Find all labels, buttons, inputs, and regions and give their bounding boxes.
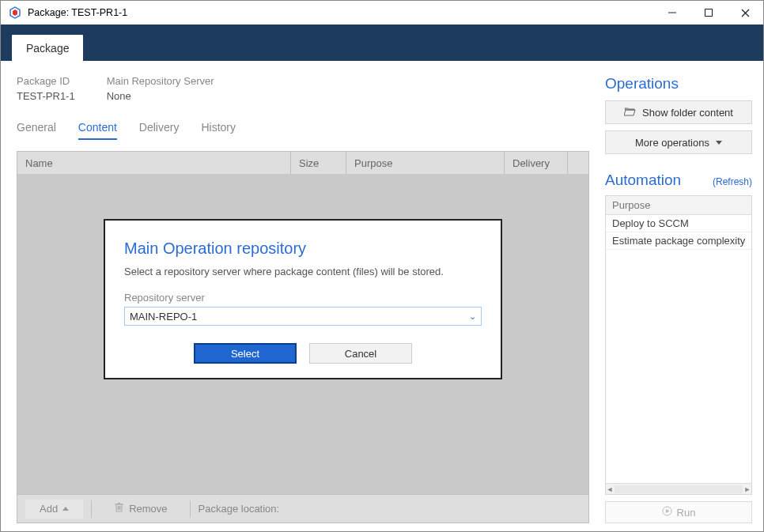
automation-table: Purpose Deploy to SCCM Estimate package … — [605, 195, 752, 495]
more-operations-button[interactable]: More operations — [605, 130, 752, 154]
repository-server-value: MAIN-REPO-1 — [130, 311, 197, 323]
run-button[interactable]: Run — [605, 501, 752, 523]
package-id-label: Package ID — [17, 75, 75, 87]
scroll-left-icon[interactable]: ◄ — [606, 485, 614, 493]
subtab-content[interactable]: Content — [78, 121, 117, 140]
app-icon — [9, 6, 21, 19]
run-button-label: Run — [677, 507, 696, 519]
package-location-label: Package location: — [199, 503, 280, 515]
add-button[interactable]: Add — [25, 500, 83, 519]
subtab-delivery[interactable]: Delivery — [139, 121, 180, 140]
content-bottom-bar: Add Remove Package location: — [17, 494, 588, 523]
toolbar-divider — [91, 500, 92, 518]
operations-title: Operations — [605, 75, 752, 92]
select-button[interactable]: Select — [194, 343, 297, 364]
remove-button-label: Remove — [129, 503, 167, 515]
table-header-delivery[interactable]: Delivery — [505, 152, 568, 174]
package-id-value: TEST-PR1-1 — [17, 90, 75, 102]
close-button[interactable] — [727, 1, 763, 25]
chevron-down-icon: ⌄ — [469, 311, 476, 322]
add-button-label: Add — [40, 503, 58, 515]
table-header-purpose[interactable]: Purpose — [346, 152, 505, 174]
play-icon — [662, 506, 672, 519]
svg-rect-3 — [705, 9, 713, 17]
automation-row[interactable]: Deploy to SCCM — [606, 215, 751, 232]
show-folder-content-button[interactable]: Show folder content — [605, 100, 752, 124]
maximize-button[interactable] — [690, 1, 727, 25]
title-bar: Package: TEST-PR1-1 — [1, 1, 763, 25]
table-header-name[interactable]: Name — [17, 152, 291, 174]
automation-refresh-link[interactable]: (Refresh) — [713, 176, 752, 187]
tab-package[interactable]: Package — [12, 35, 83, 61]
subtab-general[interactable]: General — [17, 121, 56, 140]
details-header: Package ID TEST-PR1-1 Main Repository Se… — [17, 75, 589, 102]
dialog-description: Select a repository server where package… — [124, 266, 482, 277]
table-header-row: Name Size Purpose Delivery — [17, 152, 588, 174]
table-header-size[interactable]: Size — [291, 152, 346, 174]
folder-open-icon — [624, 107, 636, 119]
main-repo-label: Main Repository Server — [107, 75, 214, 87]
scroll-track[interactable] — [615, 485, 743, 493]
scroll-right-icon[interactable]: ► — [743, 485, 751, 493]
nav-bar: Package — [1, 25, 763, 61]
trash-icon — [114, 502, 124, 515]
remove-button[interactable]: Remove — [100, 500, 181, 519]
caret-up-icon — [62, 507, 69, 511]
automation-title: Automation — [605, 172, 681, 189]
main-operation-repository-dialog: Main Operation repository Select a repos… — [104, 219, 502, 379]
window-controls — [654, 1, 763, 25]
automation-scrollbar[interactable]: ◄ ► — [606, 483, 751, 494]
minimize-button[interactable] — [654, 1, 690, 25]
repository-server-label: Repository server — [124, 292, 482, 304]
subtab-history[interactable]: History — [201, 121, 236, 140]
caret-down-icon — [716, 141, 722, 145]
automation-body: Deploy to SCCM Estimate package complexi… — [606, 215, 751, 483]
automation-header-purpose[interactable]: Purpose — [606, 196, 751, 215]
svg-marker-1 — [13, 9, 17, 16]
cancel-button[interactable]: Cancel — [309, 343, 412, 364]
table-header-end — [568, 152, 588, 174]
repository-server-combo[interactable]: MAIN-REPO-1 ⌄ — [124, 307, 482, 326]
main-repo-value: None — [107, 90, 214, 102]
window-title: Package: TEST-PR1-1 — [28, 7, 654, 18]
svg-marker-13 — [666, 509, 670, 513]
toolbar-divider-2 — [190, 500, 191, 518]
show-folder-content-label: Show folder content — [642, 107, 733, 119]
more-operations-label: More operations — [635, 137, 709, 149]
dialog-title: Main Operation repository — [124, 240, 482, 258]
subtab-bar: General Content Delivery History — [17, 121, 589, 140]
automation-row[interactable]: Estimate package complexity — [606, 232, 751, 250]
